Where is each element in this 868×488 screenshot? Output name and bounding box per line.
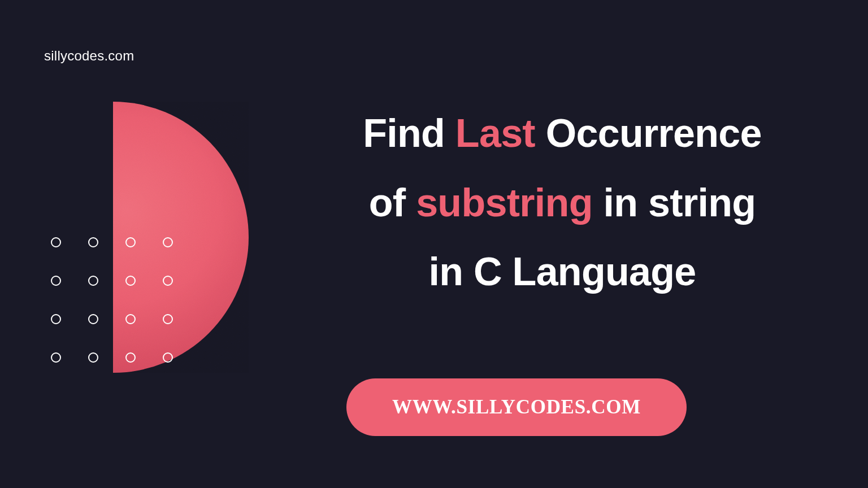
dot-icon bbox=[88, 352, 98, 363]
dot-icon bbox=[88, 276, 98, 286]
dots-grid bbox=[51, 237, 173, 363]
site-label: sillycodes.com bbox=[44, 48, 134, 64]
title-part: Find bbox=[363, 111, 445, 155]
title-part: in string bbox=[603, 181, 756, 225]
title-part: Occurrence bbox=[546, 111, 762, 155]
pill-label: WWW.SILLYCODES.COM bbox=[392, 396, 641, 419]
dot-icon bbox=[125, 314, 136, 324]
main-title: Find Last Occurrence of substring in str… bbox=[305, 99, 819, 307]
dot-icon bbox=[163, 314, 173, 324]
dot-icon bbox=[125, 352, 136, 363]
dot-icon bbox=[163, 237, 173, 247]
title-part: in C Language bbox=[428, 250, 696, 294]
dot-icon bbox=[125, 237, 136, 247]
dot-icon bbox=[88, 314, 98, 324]
dot-icon bbox=[125, 276, 136, 286]
dot-icon bbox=[163, 352, 173, 363]
dot-icon bbox=[88, 237, 98, 247]
dot-icon bbox=[51, 276, 61, 286]
title-accent: Last bbox=[455, 111, 535, 155]
title-part: of bbox=[369, 181, 406, 225]
dot-icon bbox=[51, 352, 61, 363]
website-pill[interactable]: WWW.SILLYCODES.COM bbox=[346, 378, 687, 436]
dot-icon bbox=[51, 237, 61, 247]
dot-icon bbox=[163, 276, 173, 286]
title-accent: substring bbox=[416, 181, 593, 225]
dot-icon bbox=[51, 314, 61, 324]
